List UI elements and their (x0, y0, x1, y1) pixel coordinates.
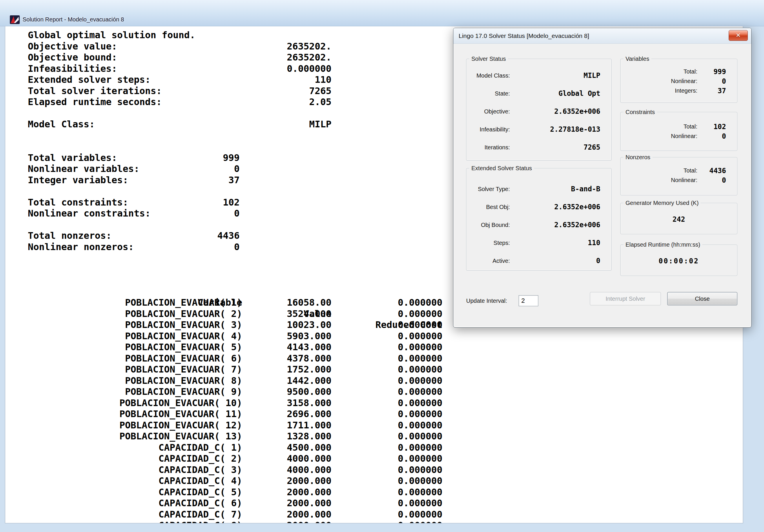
constraints-rows: Total:102Nonlinear:0 (621, 112, 737, 151)
report-value: 7265 (28, 85, 331, 97)
extended-solver-status-group: Extended Solver Status Solver Type:B-and… (466, 168, 612, 271)
group-title-constraints: Constraints (624, 108, 657, 115)
window-frame-top (0, 0, 764, 13)
status-value: B-and-B (510, 185, 611, 193)
status-row: Active:0 (467, 252, 611, 270)
reduced-cost: 0.000000 (28, 475, 443, 486)
update-interval-label: Update Interval: (466, 298, 507, 304)
status-value: 0 (510, 257, 611, 265)
report-value: 0 (28, 241, 240, 253)
group-title-runtime: Elapsed Runtime (hh:mm:ss) (624, 241, 702, 248)
reduced-cost: 0.000000 (28, 341, 443, 353)
reduced-cost: 0.000000 (28, 364, 443, 375)
interrupt-solver-button: Interrupt Solver (590, 292, 661, 305)
table-row: CAPACIDAD_C( 3)4000.0000.000000 (28, 464, 743, 475)
reduced-cost: 0.000000 (28, 353, 443, 364)
status-row: Solver Type:B-and-B (467, 180, 611, 198)
reduced-cost: 0.000000 (28, 297, 443, 308)
reduced-cost: 0.000000 (28, 453, 443, 464)
status-row: Objective:2.6352e+006 (467, 102, 611, 120)
reduced-cost: 0.000000 (28, 319, 443, 331)
status-row: State:Global Opt (467, 84, 611, 102)
status-value: 110 (510, 239, 611, 247)
status-row: Infeasibility:2.27818e-013 (467, 120, 611, 138)
status-row: Steps:110 (467, 234, 611, 252)
reduced-cost: 0.000000 (28, 375, 443, 386)
status-label: Objective: (467, 108, 510, 115)
table-row: POBLACION_EVACUAR( 10)3158.0000.000000 (28, 397, 743, 409)
status-value: 999 (697, 68, 737, 76)
close-button[interactable]: Close (667, 292, 737, 305)
status-value: 4436 (697, 167, 737, 175)
report-value: MILP (28, 119, 331, 130)
status-label: Best Obj: (467, 204, 510, 210)
status-value: 2.6352e+006 (510, 203, 611, 211)
update-interval-row: Update Interval: (466, 295, 538, 307)
table-row: CAPACIDAD_C( 4)2000.0000.000000 (28, 475, 743, 486)
dialog-titlebar[interactable]: Lingo 17.0 Solver Status [Modelo_evacuac… (454, 28, 751, 44)
generator-memory-group: Generator Memory Used (K) 242 (620, 203, 737, 234)
reduced-cost: 0.000000 (28, 464, 443, 475)
report-window-titlebar[interactable]: Solution Report - Modelo_evacuación 8 (0, 13, 764, 26)
table-row: POBLACION_EVACUAR( 11)2696.0000.000000 (28, 408, 743, 420)
status-value: 0 (697, 176, 737, 185)
status-row: Total:999 (621, 67, 737, 76)
status-label: Total: (621, 167, 697, 174)
report-value: 102 (28, 197, 240, 208)
report-value: 2635202. (28, 41, 331, 52)
status-label: Total: (621, 123, 697, 130)
status-label: Iterations: (467, 144, 510, 151)
status-row: Nonlinear:0 (621, 131, 737, 141)
extended-status-rows: Solver Type:B-and-BBest Obj:2.6352e+006O… (467, 169, 611, 270)
constraints-group: Constraints Total:102Nonlinear:0 (620, 112, 737, 151)
status-value: 7265 (510, 143, 611, 151)
variables-rows: Total:999Nonlinear:0Integers:37 (621, 59, 737, 102)
status-row: Integers:37 (621, 86, 737, 95)
report-value: 2635202. (28, 52, 331, 63)
reduced-cost: 0.000000 (28, 386, 443, 397)
table-row: CAPACIDAD_C( 8)2000.0000.000000 (28, 520, 743, 523)
table-row: POBLACION_EVACUAR( 12)1711.0000.000000 (28, 420, 743, 431)
status-label: Nonlinear: (621, 133, 697, 140)
group-title-variables: Variables (624, 55, 651, 62)
solver-status-group: Solver Status Model Class:MILPState:Glob… (466, 59, 612, 161)
status-value: 0 (697, 77, 737, 85)
report-table-rows: POBLACION_EVACUAR( 1)16058.000.000000POB… (28, 297, 743, 523)
reduced-cost: 0.000000 (28, 408, 443, 420)
update-interval-input[interactable] (519, 295, 538, 306)
table-row: CAPACIDAD_C( 1)4500.0000.000000 (28, 442, 743, 453)
report-value: 0.000000 (28, 63, 331, 74)
reduced-cost: 0.000000 (28, 308, 443, 320)
solver-status-dialog: Lingo 17.0 Solver Status [Modelo_evacuac… (453, 28, 752, 328)
status-label: State: (467, 90, 510, 97)
table-row: CAPACIDAD_C( 6)2000.0000.000000 (28, 497, 743, 509)
status-row: Total:4436 (621, 166, 737, 176)
status-label: Active: (467, 258, 510, 264)
reduced-cost: 0.000000 (28, 509, 443, 520)
report-value: 37 (28, 175, 240, 186)
report-value: 0 (28, 163, 240, 175)
status-label: Solver Type: (467, 186, 510, 193)
group-title-extended: Extended Solver Status (470, 165, 534, 172)
close-icon: ✕ (736, 32, 741, 39)
table-row: POBLACION_EVACUAR( 13)1328.0000.000000 (28, 431, 743, 442)
status-label: Nonlinear: (621, 177, 697, 184)
table-row: POBLACION_EVACUAR( 6)4378.0000.000000 (28, 353, 743, 364)
table-row: CAPACIDAD_C( 2)4000.0000.000000 (28, 453, 743, 464)
dialog-title: Lingo 17.0 Solver Status [Modelo_evacuac… (459, 32, 589, 39)
status-row: Best Obj:2.6352e+006 (467, 198, 611, 216)
table-row: POBLACION_EVACUAR( 7)1752.0000.000000 (28, 364, 743, 375)
lingo-app-icon (10, 15, 20, 24)
status-value: 2.27818e-013 (510, 125, 611, 133)
window-title: Solution Report - Modelo_evacuación 8 (23, 16, 124, 23)
reduced-cost: 0.000000 (28, 520, 443, 523)
reduced-cost: 0.000000 (28, 420, 443, 431)
status-row: Total:102 (621, 122, 737, 131)
dialog-close-button[interactable]: ✕ (729, 30, 748, 41)
report-value: 0 (28, 208, 240, 219)
report-value: 999 (28, 152, 240, 164)
nonzeros-group: Nonzeros Total:4436Nonlinear:0 (620, 157, 737, 196)
reduced-cost: 0.000000 (28, 486, 443, 498)
reduced-cost: 0.000000 (28, 331, 443, 342)
report-label: Global optimal solution found. (28, 30, 195, 41)
